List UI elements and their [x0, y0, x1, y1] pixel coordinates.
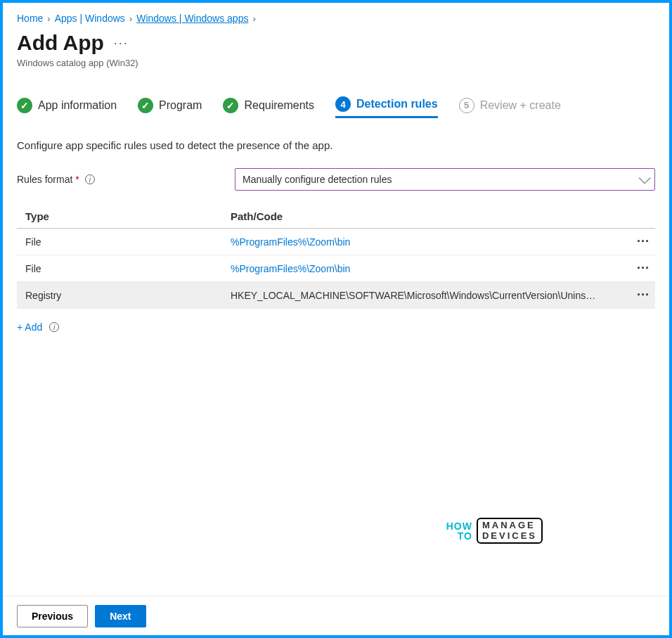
cell-path[interactable]: %ProgramFiles%\Zoom\bin: [231, 236, 624, 248]
info-icon[interactable]: i: [85, 174, 95, 184]
check-icon: [138, 98, 153, 113]
page-title: Add App: [17, 31, 104, 55]
watermark: HOW TO MANAGE DEVICES: [446, 518, 543, 544]
cell-path[interactable]: %ProgramFiles%\Zoom\bin: [231, 263, 624, 274]
section-description: Configure app specific rules used to det…: [17, 139, 655, 151]
step-label: Review + create: [480, 99, 561, 112]
step-requirements[interactable]: Requirements: [223, 98, 314, 117]
step-app-information[interactable]: App information: [17, 98, 117, 117]
wizard-footer: Previous Next: [3, 596, 669, 635]
step-number-icon: 5: [459, 98, 474, 113]
chevron-down-icon: [639, 172, 651, 184]
cell-type: File: [20, 236, 231, 248]
info-icon[interactable]: i: [49, 322, 59, 332]
more-icon[interactable]: ···: [114, 36, 129, 51]
required-indicator: *: [75, 174, 79, 185]
step-label: Detection rules: [356, 98, 438, 110]
breadcrumb: Home › Apps | Windows › Windows | Window…: [17, 13, 655, 24]
table-row[interactable]: File %ProgramFiles%\Zoom\bin ···: [17, 255, 655, 282]
step-number-icon: 4: [335, 96, 351, 112]
table-row[interactable]: Registry HKEY_LOCAL_MACHINE\SOFTWARE\Mic…: [17, 282, 655, 309]
check-icon: [223, 98, 238, 113]
row-more-icon[interactable]: ···: [624, 288, 652, 302]
add-rule-link[interactable]: + Add i: [17, 321, 655, 333]
step-program[interactable]: Program: [138, 98, 202, 117]
step-detection-rules[interactable]: 4 Detection rules: [335, 96, 438, 118]
next-button[interactable]: Next: [95, 605, 146, 627]
check-icon: [17, 98, 32, 113]
row-more-icon[interactable]: ···: [624, 234, 652, 249]
detection-rules-table: Type Path/Code File %ProgramFiles%\Zoom\…: [17, 205, 655, 309]
cell-type: File: [20, 263, 231, 274]
step-label: Requirements: [244, 99, 314, 112]
chevron-right-icon: ›: [252, 13, 255, 24]
previous-button[interactable]: Previous: [17, 605, 88, 627]
column-header-path: Path/Code: [231, 210, 624, 222]
breadcrumb-windows-apps[interactable]: Windows | Windows apps: [136, 13, 248, 24]
step-label: App information: [38, 99, 117, 112]
page-subtitle: Windows catalog app (Win32): [17, 58, 655, 68]
rules-format-select[interactable]: Manually configure detection rules: [235, 168, 655, 191]
table-row[interactable]: File %ProgramFiles%\Zoom\bin ···: [17, 229, 655, 255]
chevron-right-icon: ›: [47, 13, 50, 24]
rules-format-label: Rules format * i: [17, 174, 235, 185]
wizard-stepper: App information Program Requirements 4 D…: [17, 96, 655, 118]
column-header-type: Type: [20, 210, 231, 222]
breadcrumb-apps[interactable]: Apps | Windows: [55, 13, 125, 24]
cell-type: Registry: [20, 290, 231, 301]
chevron-right-icon: ›: [129, 13, 132, 24]
step-label: Program: [159, 99, 202, 112]
step-review-create[interactable]: 5 Review + create: [459, 98, 561, 117]
row-more-icon[interactable]: ···: [624, 261, 652, 276]
cell-path[interactable]: HKEY_LOCAL_MACHINE\SOFTWARE\Microsoft\Wi…: [231, 290, 624, 301]
breadcrumb-home[interactable]: Home: [17, 13, 43, 24]
select-value: Manually configure detection rules: [243, 174, 392, 185]
